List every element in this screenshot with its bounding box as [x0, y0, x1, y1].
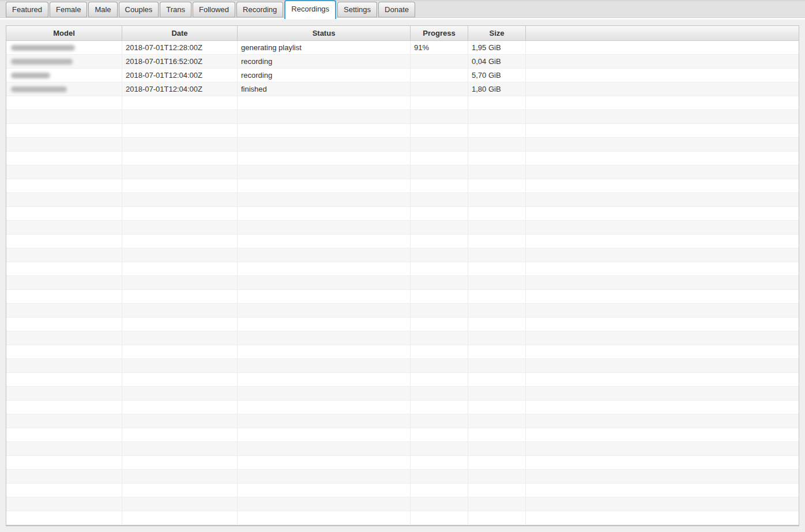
cell-empty: [468, 290, 526, 303]
tab-donate[interactable]: Donate: [378, 2, 415, 17]
cell-empty: [411, 248, 468, 262]
cell-empty: [122, 110, 238, 123]
table-row-empty: [6, 165, 799, 179]
cell-empty: [411, 470, 468, 483]
cell-empty: [122, 387, 238, 400]
cell-empty: [468, 387, 526, 400]
cell-empty: [122, 290, 238, 303]
cell-empty: [122, 165, 238, 179]
cell-empty: [238, 428, 411, 442]
cell-filler: [526, 387, 799, 400]
table-row[interactable]: 2018-07-01T12:04:00Zrecording5,70 GiB: [6, 69, 799, 82]
table-row-empty: [6, 401, 799, 414]
cell-empty: [122, 414, 238, 428]
tab-bar: FeaturedFemaleMaleCouplesTransFollowedRe…: [0, 0, 805, 18]
cell-empty: [238, 221, 411, 234]
tab-settings[interactable]: Settings: [337, 2, 377, 17]
cell-empty: [122, 152, 238, 165]
table-row[interactable]: 2018-07-01T12:04:00Zfinished1,80 GiB: [6, 82, 799, 96]
cell-empty: [6, 373, 122, 386]
cell-empty: [6, 359, 122, 372]
cell-empty: [238, 207, 411, 220]
cell-status: recording: [238, 55, 411, 68]
cell-empty: [6, 484, 122, 497]
cell-empty: [122, 373, 238, 386]
cell-empty: [468, 152, 526, 165]
table-row-empty: [6, 248, 799, 262]
cell-empty: [238, 511, 411, 525]
cell-empty: [411, 110, 468, 123]
cell-filler: [526, 165, 799, 179]
cell-empty: [6, 96, 122, 110]
tab-featured[interactable]: Featured: [6, 2, 48, 17]
tab-trans[interactable]: Trans: [160, 2, 191, 17]
tab-male[interactable]: Male: [88, 2, 117, 17]
table-row[interactable]: 2018-07-01T12:28:00Zgenerating playlist9…: [6, 41, 799, 55]
table-body: 2018-07-01T12:28:00Zgenerating playlist9…: [6, 41, 799, 525]
cell-empty: [468, 373, 526, 386]
cell-filler: [526, 359, 799, 372]
cell-empty: [411, 235, 468, 248]
recordings-table: ModelDateStatusProgressSize 2018-07-01T1…: [6, 25, 799, 526]
cell-filler: [526, 96, 799, 110]
tab-female[interactable]: Female: [50, 2, 87, 17]
cell-empty: [468, 248, 526, 262]
cell-status: generating playlist: [238, 41, 411, 54]
cell-empty: [122, 248, 238, 262]
cell-filler: [526, 414, 799, 428]
table-row-empty: [6, 179, 799, 193]
cell-empty: [122, 484, 238, 497]
cell-empty: [238, 345, 411, 359]
cell-empty: [122, 359, 238, 372]
cell-empty: [122, 193, 238, 206]
column-header-progress[interactable]: Progress: [411, 26, 468, 40]
cell-size: 1,95 GiB: [468, 41, 526, 54]
cell-empty: [238, 110, 411, 123]
cell-empty: [122, 138, 238, 151]
cell-filler: [526, 124, 799, 137]
cell-empty: [468, 345, 526, 359]
cell-empty: [468, 456, 526, 469]
cell-filler: [526, 262, 799, 276]
cell-filler: [526, 69, 799, 82]
cell-empty: [238, 138, 411, 151]
cell-empty: [122, 96, 238, 110]
cell-empty: [238, 179, 411, 193]
cell-empty: [411, 165, 468, 179]
cell-empty: [468, 262, 526, 276]
cell-status: finished: [238, 82, 411, 96]
cell-empty: [411, 152, 468, 165]
tab-followed[interactable]: Followed: [193, 2, 235, 17]
cell-empty: [6, 124, 122, 137]
tab-recordings[interactable]: Recordings: [284, 0, 336, 19]
cell-model: [6, 82, 122, 96]
cell-size: 1,80 GiB: [468, 82, 526, 96]
cell-empty: [6, 248, 122, 262]
column-header-model[interactable]: Model: [6, 26, 122, 40]
cell-empty: [6, 262, 122, 276]
table-row[interactable]: 2018-07-01T16:52:00Zrecording0,04 GiB: [6, 55, 799, 69]
table-row-empty: [6, 96, 799, 110]
model-name-redacted: [11, 86, 67, 92]
tab-recording[interactable]: Recording: [236, 2, 283, 17]
tab-couples[interactable]: Couples: [119, 2, 159, 17]
cell-empty: [238, 152, 411, 165]
table-row-empty: [6, 414, 799, 428]
cell-filler: [526, 497, 799, 511]
cell-date: 2018-07-01T16:52:00Z: [122, 55, 238, 68]
cell-empty: [411, 414, 468, 428]
cell-empty: [122, 318, 238, 331]
column-header-size[interactable]: Size: [468, 26, 526, 40]
cell-empty: [238, 318, 411, 331]
model-name-redacted: [11, 73, 50, 78]
table-row-empty: [6, 207, 799, 221]
table-row-empty: [6, 193, 799, 207]
cell-date: 2018-07-01T12:04:00Z: [122, 69, 238, 82]
cell-empty: [468, 484, 526, 497]
column-header-status[interactable]: Status: [238, 26, 411, 40]
cell-empty: [6, 511, 122, 525]
model-name-redacted: [11, 59, 73, 65]
cell-empty: [238, 387, 411, 400]
column-header-date[interactable]: Date: [122, 26, 238, 40]
cell-empty: [238, 470, 411, 483]
